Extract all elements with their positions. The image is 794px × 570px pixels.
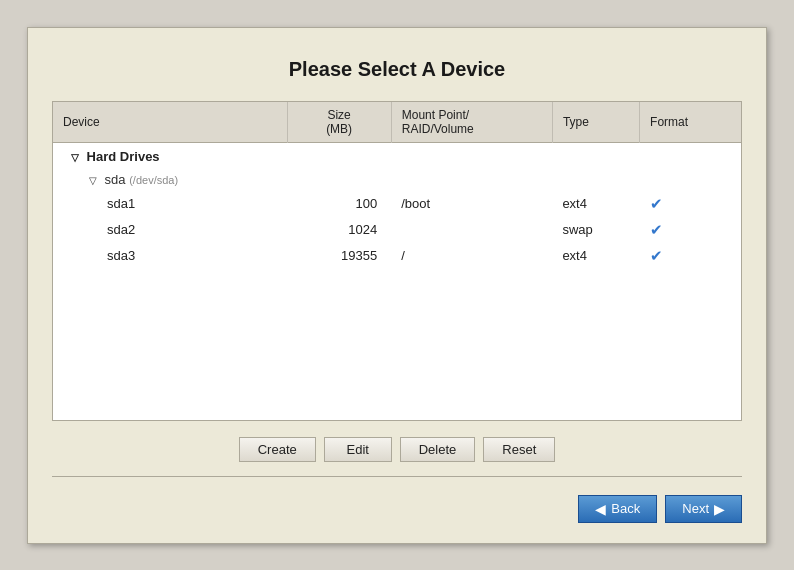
sda-label: ▽ sda (/dev/sda) bbox=[53, 168, 287, 191]
sda2-device: sda2 bbox=[53, 217, 287, 243]
col-header-device: Device bbox=[53, 102, 287, 143]
back-label: Back bbox=[611, 501, 640, 516]
table-row-sda3[interactable]: sda3 19355 / ext4 ✔ bbox=[53, 243, 741, 269]
sda1-size: 100 bbox=[287, 191, 391, 217]
sda3-device: sda3 bbox=[53, 243, 287, 269]
reset-button[interactable]: Reset bbox=[483, 437, 555, 462]
hard-drives-label: ▽ Hard Drives bbox=[53, 142, 741, 168]
sda2-mount bbox=[391, 217, 552, 243]
sda1-mount: /boot bbox=[391, 191, 552, 217]
device-table-container: Device Size(MB) Mount Point/RAID/Volume … bbox=[52, 101, 742, 421]
sda3-size: 19355 bbox=[287, 243, 391, 269]
sda2-size: 1024 bbox=[287, 217, 391, 243]
next-button[interactable]: Next ▶ bbox=[665, 495, 742, 523]
sda2-type: swap bbox=[552, 217, 639, 243]
sda3-format: ✔ bbox=[640, 243, 741, 269]
delete-button[interactable]: Delete bbox=[400, 437, 476, 462]
back-arrow-icon: ◀ bbox=[595, 501, 606, 517]
table-row-hard-drives[interactable]: ▽ Hard Drives bbox=[53, 142, 741, 168]
sda1-type: ext4 bbox=[552, 191, 639, 217]
sda2-format: ✔ bbox=[640, 217, 741, 243]
table-row-sda1[interactable]: sda1 100 /boot ext4 ✔ bbox=[53, 191, 741, 217]
next-label: Next bbox=[682, 501, 709, 516]
col-header-size: Size(MB) bbox=[287, 102, 391, 143]
sda-path: (/dev/sda) bbox=[129, 174, 178, 186]
action-buttons: Create Edit Delete Reset bbox=[52, 437, 742, 462]
edit-button[interactable]: Edit bbox=[324, 437, 392, 462]
table-row-sda[interactable]: ▽ sda (/dev/sda) bbox=[53, 168, 741, 191]
col-header-type: Type bbox=[552, 102, 639, 143]
expand-icon: ▽ bbox=[71, 152, 79, 163]
sda3-mount: / bbox=[391, 243, 552, 269]
next-arrow-icon: ▶ bbox=[714, 501, 725, 517]
create-button[interactable]: Create bbox=[239, 437, 316, 462]
col-header-format: Format bbox=[640, 102, 741, 143]
device-table: Device Size(MB) Mount Point/RAID/Volume … bbox=[53, 102, 741, 269]
sda1-device: sda1 bbox=[53, 191, 287, 217]
table-row-sda2[interactable]: sda2 1024 swap ✔ bbox=[53, 217, 741, 243]
page-title: Please Select A Device bbox=[52, 48, 742, 87]
divider bbox=[52, 476, 742, 477]
table-header-row: Device Size(MB) Mount Point/RAID/Volume … bbox=[53, 102, 741, 143]
nav-buttons: ◀ Back Next ▶ bbox=[52, 495, 742, 523]
sda-expand-icon: ▽ bbox=[89, 175, 97, 186]
main-window: Please Select A Device Device Size(MB) M… bbox=[27, 27, 767, 544]
sda1-format: ✔ bbox=[640, 191, 741, 217]
col-header-mount: Mount Point/RAID/Volume bbox=[391, 102, 552, 143]
back-button[interactable]: ◀ Back bbox=[578, 495, 657, 523]
sda3-type: ext4 bbox=[552, 243, 639, 269]
